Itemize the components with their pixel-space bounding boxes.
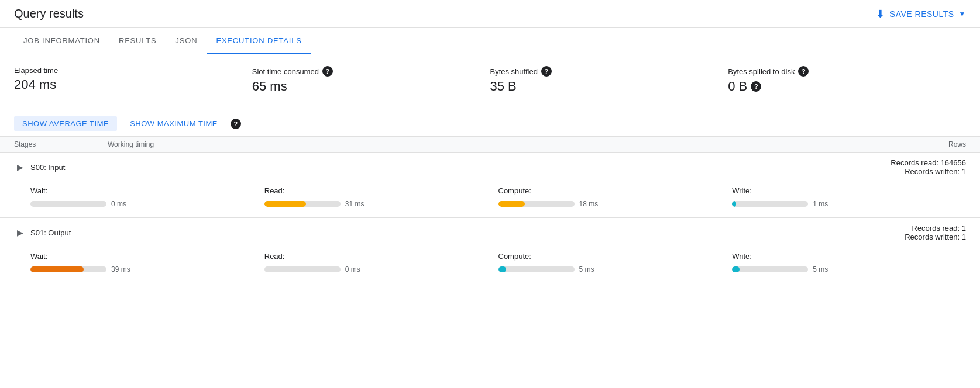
stage-s00-records-written: Records written: 1 <box>837 167 966 176</box>
stage-s00-expand-icon[interactable]: ▶ <box>14 161 26 173</box>
stage-s00-read: Read: 31 ms <box>264 186 498 208</box>
stage-s01-read: Read: 0 ms <box>264 252 498 273</box>
slot-time-label: Slot time consumed <box>252 67 319 76</box>
bytes-spilled-label: Bytes spilled to disk <box>728 67 795 76</box>
stage-row-s00: ▶ S00: Input Records read: 164656 Record… <box>0 153 980 218</box>
stage-s01-write: Write: 5 ms <box>732 252 966 273</box>
save-results-label: SAVE RESULTS <box>890 9 954 19</box>
stage-s00-compute-time: 18 ms <box>579 200 599 208</box>
stage-s01-write-bar-row: 5 ms <box>732 265 966 273</box>
stage-s00-header: ▶ S00: Input Records read: 164656 Record… <box>0 153 980 182</box>
stage-s01-wait-bar-row: 39 ms <box>30 265 264 273</box>
stage-s01-records-written: Records written: 1 <box>837 233 966 241</box>
stage-s01-wait-fill <box>30 266 84 272</box>
metrics-row: Elapsed time 204 ms Slot time consumed ?… <box>0 54 980 106</box>
metric-bytes-spilled: Bytes spilled to disk ? 0 B ? <box>728 66 966 94</box>
stage-s01-compute: Compute: 5 ms <box>498 252 733 273</box>
stage-s01-read-track <box>264 266 341 272</box>
stage-s01-compute-fill <box>498 266 506 272</box>
stage-s01-compute-bar-row: 5 ms <box>498 265 733 273</box>
stage-s00-read-fill <box>264 201 307 207</box>
metric-bytes-shuffled: Bytes shuffled ? 35 B <box>490 66 728 94</box>
stage-s00-detail: Wait: 0 ms Read: 31 ms Compute: <box>0 182 980 217</box>
stage-row-s01: ▶ S01: Output Records read: 1 Records wr… <box>0 218 980 283</box>
stage-s01-name: S01: Output <box>30 228 106 237</box>
slot-time-value: 65 ms <box>252 79 287 94</box>
stage-s01-wait-label: Wait: <box>30 252 264 261</box>
col-header-rows: Rows <box>837 140 966 148</box>
tab-results[interactable]: RESULTS <box>109 28 166 54</box>
stage-s00-read-label: Read: <box>264 186 498 195</box>
elapsed-time-value: 204 ms <box>14 77 56 92</box>
stage-s01-compute-time: 5 ms <box>579 265 594 273</box>
col-header-timing: Working timing <box>108 140 837 148</box>
tab-execution-details[interactable]: EXECUTION DETAILS <box>207 28 311 54</box>
stage-s00-compute-fill <box>498 201 525 207</box>
stage-s00-read-time: 31 ms <box>345 200 365 208</box>
stage-s00-wait-time: 0 ms <box>111 200 126 208</box>
metric-elapsed-time: Elapsed time 204 ms <box>14 66 252 94</box>
dropdown-arrow-icon: ▼ <box>959 10 966 18</box>
tabs-bar: JOB INFORMATION RESULTS JSON EXECUTION D… <box>0 28 980 54</box>
stage-s00-write-time: 1 ms <box>813 200 828 208</box>
stage-s00-write: Write: 1 ms <box>732 186 966 208</box>
bytes-shuffled-help-icon[interactable]: ? <box>541 66 552 77</box>
stage-s00-wait-track <box>30 201 106 207</box>
bytes-shuffled-label: Bytes shuffled <box>490 67 538 76</box>
bytes-spilled-value: 0 B <box>728 79 747 94</box>
stage-s01-read-label: Read: <box>264 252 498 261</box>
bytes-shuffled-value: 35 B <box>490 79 517 94</box>
stage-s00-name: S00: Input <box>30 163 106 172</box>
stage-s00-write-label: Write: <box>732 186 966 195</box>
stage-s01-rows: Records read: 1 Records written: 1 <box>837 224 966 241</box>
stage-s01-compute-label: Compute: <box>498 252 733 261</box>
stage-s01-records-read: Records read: 1 <box>837 224 966 233</box>
stage-s00-compute: Compute: 18 ms <box>498 186 733 208</box>
show-average-time-button[interactable]: SHOW AVERAGE TIME <box>14 116 117 131</box>
stage-s01-read-bar-row: 0 ms <box>264 265 498 273</box>
stage-s01-detail: Wait: 39 ms Read: 0 ms Compute: <box>0 247 980 283</box>
stage-s00-wait-bar-row: 0 ms <box>30 200 264 208</box>
stage-s00-wait: Wait: 0 ms <box>30 186 264 208</box>
stage-s01-header: ▶ S01: Output Records read: 1 Records wr… <box>0 218 980 247</box>
controls-row: SHOW AVERAGE TIME SHOW MAXIMUM TIME ? <box>0 106 980 136</box>
metric-slot-time: Slot time consumed ? 65 ms <box>252 66 490 94</box>
stage-s01-expand-icon[interactable]: ▶ <box>14 227 26 238</box>
top-bar: Query results ⬇ SAVE RESULTS ▼ <box>0 0 980 28</box>
stage-s01-wait-track <box>30 266 106 272</box>
stage-s00-compute-label: Compute: <box>498 186 733 195</box>
stage-s00-write-bar-row: 1 ms <box>732 200 966 208</box>
table-header: Stages Working timing Rows <box>0 136 980 153</box>
tab-json[interactable]: JSON <box>166 28 207 54</box>
stage-s00-compute-track <box>498 201 575 207</box>
stage-s01-write-label: Write: <box>732 252 966 261</box>
stage-s00-compute-bar-row: 18 ms <box>498 200 733 208</box>
page-title: Query results <box>14 7 84 20</box>
timing-help-icon[interactable]: ? <box>231 119 241 129</box>
stage-s01-write-time: 5 ms <box>813 265 828 273</box>
save-icon: ⬇ <box>876 8 885 20</box>
elapsed-time-label: Elapsed time <box>14 66 58 75</box>
slot-time-help-icon[interactable]: ? <box>322 66 333 77</box>
stage-s00-wait-label: Wait: <box>30 186 264 195</box>
stage-s01-write-fill <box>732 266 740 272</box>
stage-s00-read-bar-row: 31 ms <box>264 200 498 208</box>
tab-job-information[interactable]: JOB INFORMATION <box>14 28 109 54</box>
stage-s01-write-track <box>732 266 808 272</box>
stage-s00-records-read: Records read: 164656 <box>837 158 966 167</box>
stage-s01-wait-time: 39 ms <box>111 265 130 273</box>
stage-s00-write-track <box>732 201 808 207</box>
col-header-stages: Stages <box>14 140 108 148</box>
stage-s00-write-fill <box>732 201 736 207</box>
stage-s01-read-time: 0 ms <box>345 265 360 273</box>
stage-s00-rows: Records read: 164656 Records written: 1 <box>837 158 966 176</box>
stage-s00-read-track <box>264 201 341 207</box>
bytes-spilled-value-help-icon[interactable]: ? <box>751 81 761 92</box>
show-maximum-time-button[interactable]: SHOW MAXIMUM TIME <box>122 116 226 131</box>
stage-s01-wait: Wait: 39 ms <box>30 252 264 273</box>
stage-s01-compute-track <box>498 266 575 272</box>
bytes-spilled-help-icon[interactable]: ? <box>798 66 809 77</box>
save-results-button[interactable]: ⬇ SAVE RESULTS ▼ <box>876 8 966 20</box>
